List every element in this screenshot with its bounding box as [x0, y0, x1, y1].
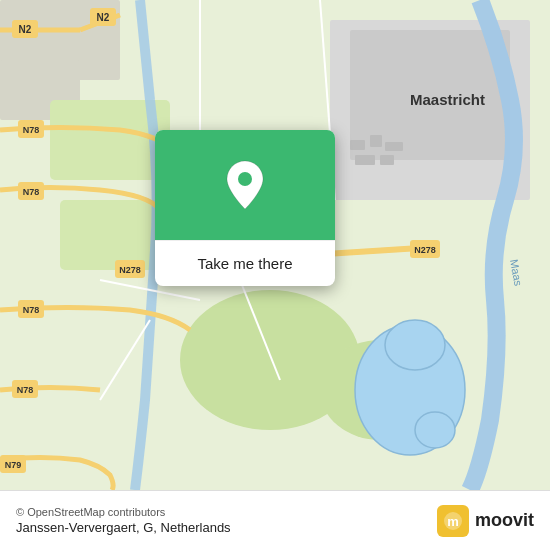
- svg-text:N78: N78: [23, 305, 40, 315]
- svg-text:N78: N78: [17, 385, 34, 395]
- footer-left: © OpenStreetMap contributors Janssen-Ver…: [16, 506, 231, 535]
- svg-point-38: [415, 412, 455, 448]
- take-me-there-button[interactable]: Take me there: [181, 251, 308, 276]
- svg-text:N278: N278: [119, 265, 141, 275]
- svg-rect-44: [380, 155, 394, 165]
- map-container: Maas N2 N2 N78 N78 N78 N78 N79: [0, 0, 550, 490]
- svg-text:N78: N78: [23, 187, 40, 197]
- svg-rect-40: [350, 140, 365, 150]
- footer-bar: © OpenStreetMap contributors Janssen-Ver…: [0, 490, 550, 550]
- svg-rect-42: [385, 142, 403, 151]
- svg-text:Maastricht: Maastricht: [410, 91, 485, 108]
- location-name: Janssen-Ververgaert, G, Netherlands: [16, 520, 231, 535]
- svg-text:N278: N278: [414, 245, 436, 255]
- moovit-text: moovit: [475, 510, 534, 531]
- location-pin-icon: [223, 159, 267, 211]
- svg-text:N2: N2: [19, 24, 32, 35]
- svg-text:N79: N79: [5, 460, 22, 470]
- svg-text:m: m: [447, 514, 459, 529]
- svg-point-45: [238, 172, 252, 186]
- moovit-icon: m: [437, 505, 469, 537]
- svg-rect-43: [355, 155, 375, 165]
- popup-header: [155, 130, 335, 240]
- popup-card: Take me there: [155, 130, 335, 286]
- moovit-logo: m moovit: [437, 505, 534, 537]
- svg-text:N78: N78: [23, 125, 40, 135]
- svg-point-37: [385, 320, 445, 370]
- osm-credit: © OpenStreetMap contributors: [16, 506, 231, 518]
- svg-rect-8: [60, 200, 160, 270]
- popup-button-area: Take me there: [155, 240, 335, 286]
- svg-text:N2: N2: [97, 12, 110, 23]
- svg-rect-41: [370, 135, 382, 147]
